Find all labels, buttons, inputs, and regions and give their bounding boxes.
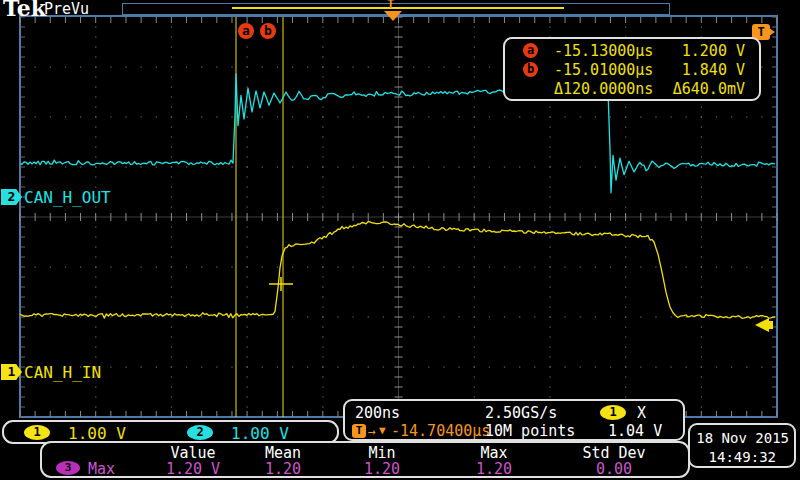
trigger-source-badge: 1 xyxy=(600,405,626,420)
trigger-delay-triangle-icon: ▼ xyxy=(379,425,386,436)
horizontal-delay: -14.70400µs xyxy=(391,424,490,439)
cursor-readout-box: a -15.13000µs 1.200 V b -15.01000µs 1.84… xyxy=(503,37,761,101)
trigger-position-t-label: T xyxy=(387,0,394,10)
measurement-min: 1.20 xyxy=(332,462,432,477)
cursor-b-readout-badge: b xyxy=(523,62,538,77)
trigger-position-marker-icon[interactable] xyxy=(384,11,402,21)
trigger-t-icon: T xyxy=(352,424,366,438)
zoom-window-indicator[interactable] xyxy=(232,7,564,9)
channel2-scale: 1.00 V xyxy=(231,426,289,442)
oscilloscope-screen: Tek PreVu T a b 2 CAN_H_OUT 1 CAN_H_IN T… xyxy=(0,0,800,480)
acquisition-mode-label: PreVu xyxy=(44,2,89,17)
trigger-delay-arrow-icon: → xyxy=(368,425,376,438)
waveform-edge-arrow-tail-icon xyxy=(769,321,773,329)
horizontal-trigger-box[interactable]: 200ns 2.50GS/s 1 X T → ▼ -14.70400µs 10M… xyxy=(343,399,685,441)
measurement-value: 1.20 V xyxy=(143,462,243,477)
measurement-stddev: 0.00 xyxy=(564,462,664,477)
datetime-box: 18 Nov 2015 14:49:32 xyxy=(688,423,796,468)
meas-header-max: Max xyxy=(444,446,544,461)
cursor-delta-time: Δ120.0000ns xyxy=(554,82,653,97)
cursor-a-time: -15.13000µs xyxy=(554,44,653,59)
cursor-a-readout-badge: a xyxy=(523,43,538,58)
record-length: 10M points xyxy=(485,424,575,439)
tek-logo: Tek xyxy=(3,0,46,19)
channel2-badge[interactable]: 2 xyxy=(187,425,213,440)
sample-rate: 2.50GS/s xyxy=(485,406,557,421)
cursor-b-time: -15.01000µs xyxy=(554,63,653,78)
meas-header-mean: Mean xyxy=(233,446,333,461)
trigger-level-value: 1.04 V xyxy=(608,424,662,439)
channel1-badge[interactable]: 1 xyxy=(24,425,50,440)
cursor-b-voltage: 1.840 V xyxy=(682,63,745,78)
meas-header-stddev: Std Dev xyxy=(564,446,664,461)
meas-header-value: Value xyxy=(143,446,243,461)
cursor-a-badge[interactable]: a xyxy=(238,23,254,39)
cursor-b-badge[interactable]: b xyxy=(260,23,276,39)
trigger-level-marker-tail-icon xyxy=(769,28,775,36)
cursor-a-voltage: 1.200 V xyxy=(682,44,745,59)
time-label: 14:49:32 xyxy=(709,450,776,464)
trigger-slope-icon: X xyxy=(637,406,646,421)
date-label: 18 Nov 2015 xyxy=(696,431,789,445)
channel1-scale: 1.00 V xyxy=(68,426,126,442)
channel1-signal-label: CAN_H_IN xyxy=(24,365,101,381)
cursor-delta-voltage: Δ640.0mV xyxy=(673,82,745,97)
measurement-max: 1.20 xyxy=(444,462,544,477)
measurement-name: Max xyxy=(88,462,115,477)
measurement-mean: 1.20 xyxy=(233,462,333,477)
measurement-table: Value Mean Min Max Std Dev 3 Max 1.20 V … xyxy=(40,441,690,478)
waveform-edge-arrow-icon xyxy=(755,318,769,332)
channel2-signal-label: CAN_H_OUT xyxy=(24,190,111,206)
horizontal-scale: 200ns xyxy=(355,406,400,421)
measurement-channel-badge: 3 xyxy=(56,461,80,475)
trace-can_h_in xyxy=(20,222,775,319)
meas-header-min: Min xyxy=(332,446,432,461)
